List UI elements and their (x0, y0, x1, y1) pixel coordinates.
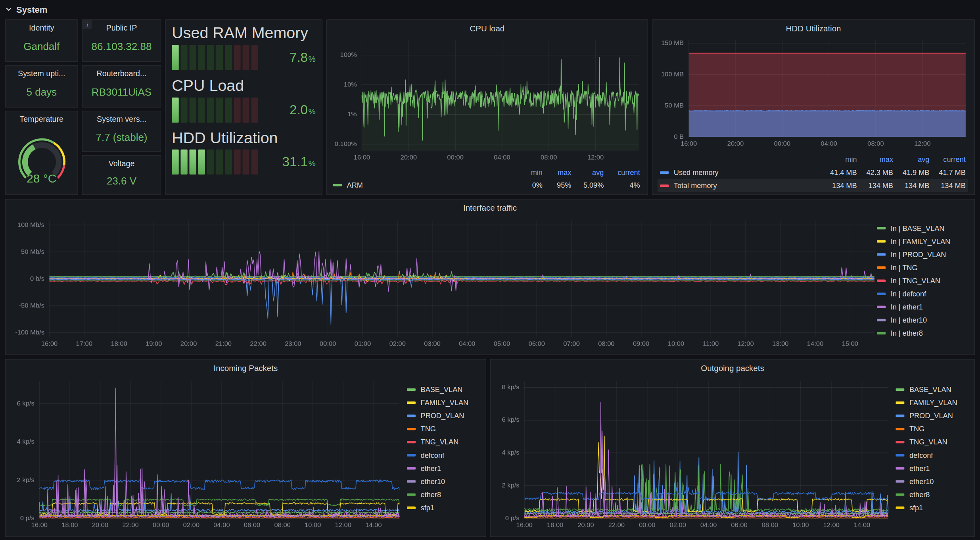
panel-title-identity[interactable]: Identity (6, 20, 77, 35)
legend-item-tng-vlan[interactable]: TNG_VLAN (896, 438, 970, 446)
legend-item-family-vlan[interactable]: FAMILY_VLAN (407, 399, 482, 406)
bargauge-cells-hdd (172, 150, 258, 175)
bargauge-cell (251, 97, 258, 122)
legend-item-in-prod-vlan[interactable]: In | PROD_VLAN (877, 251, 970, 258)
incoming-packets-chart[interactable] (11, 376, 405, 533)
panel-title-routerboard[interactable]: Routerboard... (82, 65, 161, 81)
legend-label: In | FAMILY_VLAN (891, 238, 950, 245)
bargauge-cell (251, 150, 258, 175)
bargauge-unit: % (309, 159, 316, 169)
legend-col-min[interactable]: min (514, 169, 542, 176)
legend-item-in-base-vlan[interactable]: In | BASE_VLAN (877, 225, 970, 232)
legend-col-current[interactable]: current (929, 156, 965, 163)
legend-item-defconf[interactable]: defconf (896, 452, 970, 459)
legend-item-in-tng[interactable]: In | TNG (877, 264, 970, 271)
legend-label: TNG (909, 425, 924, 433)
legend-item-ether8[interactable]: ether8 (896, 491, 970, 498)
used-memory-avg: 41.9 MB (893, 169, 929, 176)
panel-title-version[interactable]: System vers... (82, 111, 161, 127)
legend-row-total-memory[interactable]: Total memory 134 MB 134 MB 134 MB 134 MB (658, 179, 968, 192)
row-header-system[interactable]: System (5, 2, 48, 16)
legend-item-base-vlan[interactable]: BASE_VLAN (407, 386, 482, 393)
legend-item-prod-vlan[interactable]: PROD_VLAN (407, 412, 482, 420)
bargauge-cell (216, 45, 222, 70)
legend-item-in-family-vlan[interactable]: In | FAMILY_VLAN (877, 238, 970, 245)
legend-item-prod-vlan[interactable]: PROD_VLAN (896, 412, 970, 420)
legend-item-ether8[interactable]: ether8 (407, 491, 482, 498)
legend-item-ether10[interactable]: ether10 (407, 478, 482, 485)
legend-col-avg[interactable]: avg (571, 169, 604, 176)
panel-cpu-load: CPU load min max avg current ARM 0% 95% … (326, 19, 648, 195)
legend-label: FAMILY_VLAN (909, 399, 957, 406)
legend-item-ether10[interactable]: ether10 (896, 478, 970, 485)
bargauge-cell (181, 45, 188, 70)
series-swatch (877, 240, 886, 242)
panel-routerboard: Routerboard... RB3011UiAS (82, 65, 161, 108)
legend-item-sfp1[interactable]: sfp1 (896, 504, 970, 511)
panel-title-incoming-packets[interactable]: Incoming Packets (6, 359, 485, 375)
legend-label: In | TNG (891, 264, 918, 271)
temperature-value: 28 °C (6, 172, 77, 186)
legend-item-in-ether8[interactable]: In | ether8 (877, 329, 970, 337)
legend-item-family-vlan[interactable]: FAMILY_VLAN (896, 399, 970, 406)
identity-value: Gandalf (6, 35, 77, 61)
panel-title-outgoing-packets[interactable]: Outgoing packets (491, 359, 974, 375)
panel-system-uptime: System upti... 5 days (5, 65, 78, 108)
legend-item-in-defconf[interactable]: In | defconf (877, 290, 970, 298)
panel-public-ip: i Public IP 86.103.32.88 (82, 19, 161, 62)
legend-label: TNG_VLAN (421, 438, 459, 446)
bargauge-cells-cpu (172, 97, 258, 122)
legend-col-current[interactable]: current (604, 169, 640, 176)
legend-item-ether1[interactable]: ether1 (896, 465, 970, 472)
legend-item-base-vlan[interactable]: BASE_VLAN (896, 386, 970, 393)
panel-title-temperature[interactable]: Temperature (6, 111, 77, 127)
bargauge-value-hdd: 31.1% (282, 155, 316, 170)
series-swatch (407, 428, 416, 430)
outgoing-packets-chart[interactable] (496, 376, 893, 533)
legend-item-in-ether1[interactable]: In | ether1 (877, 303, 970, 311)
bargauge-number: 31.1 (282, 155, 308, 170)
panel-title-public-ip[interactable]: Public IP (82, 20, 161, 35)
legend-col-avg[interactable]: avg (893, 156, 929, 163)
panel-title-cpu-load[interactable]: CPU load (327, 20, 647, 35)
legend-item-tng-vlan[interactable]: TNG_VLAN (407, 438, 482, 446)
panel-info-icon[interactable]: i (82, 20, 92, 29)
interface-traffic-chart[interactable] (11, 216, 877, 351)
bargauge-cell (172, 45, 178, 70)
panel-title-hdd-utilization[interactable]: HDD Utilization (652, 20, 974, 35)
legend-item-arm[interactable]: ARM (333, 181, 514, 189)
total-memory-current: 134 MB (929, 182, 965, 189)
arm-avg: 5.09% (571, 181, 604, 189)
hdd-legend-table: min max avg current Used memory 41.4 MB … (658, 153, 968, 192)
panel-bar-gauges: Used RAM Memory 7.8% CPU Load 2.0% HDD U… (165, 19, 322, 195)
bargauge-title-cpu: CPU Load (172, 76, 315, 94)
legend-col-max[interactable]: max (857, 156, 893, 163)
bargauge-cell (242, 45, 249, 70)
bargauge-number: 2.0 (290, 102, 308, 117)
temperature-gauge: 28 °C (6, 126, 77, 194)
panel-title-uptime[interactable]: System upti... (6, 65, 77, 81)
series-swatch (896, 415, 904, 417)
bargauge-cell (190, 45, 196, 70)
panel-title-interface-traffic[interactable]: Interface traffic (6, 200, 974, 215)
series-swatch (896, 428, 904, 430)
legend-label: TNG (421, 425, 436, 433)
bargauge-cell (181, 97, 188, 122)
legend-col-max[interactable]: max (543, 169, 571, 176)
bargauge-value-cpu: 2.0% (290, 102, 316, 117)
legend-row-used-memory[interactable]: Used memory 41.4 MB 42.3 MB 41.9 MB 41.7… (658, 166, 968, 179)
bargauge-cells-ram (172, 45, 258, 70)
legend-item-defconf[interactable]: defconf (407, 452, 482, 459)
legend-item-in-tng-vlan[interactable]: In | TNG_VLAN (877, 277, 970, 284)
legend-item-in-ether10[interactable]: In | ether10 (877, 316, 970, 324)
bargauge-cell (225, 97, 232, 122)
panel-title-voltage[interactable]: Voltage (82, 156, 161, 171)
legend-item-tng[interactable]: TNG (896, 425, 970, 433)
legend-col-min[interactable]: min (821, 156, 857, 163)
hdd-utilization-chart[interactable] (658, 35, 971, 149)
legend-item-sfp1[interactable]: sfp1 (407, 504, 482, 511)
legend-item-tng[interactable]: TNG (407, 425, 482, 433)
legend-item-ether1[interactable]: ether1 (407, 465, 482, 472)
legend-label: In | ether10 (891, 316, 927, 324)
cpu-load-chart[interactable] (332, 35, 644, 163)
